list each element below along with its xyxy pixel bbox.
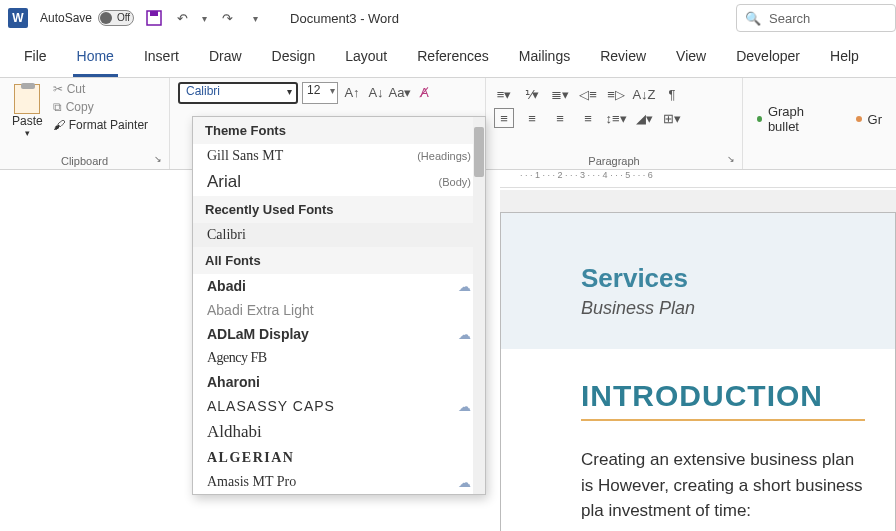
font-dropdown-scrollbar[interactable] — [473, 117, 485, 188]
justify-button[interactable]: ≡ — [578, 108, 598, 128]
style-graph-bullet[interactable]: Graph bullet — [757, 104, 826, 134]
cut-button[interactable]: ✂Cut — [53, 82, 148, 96]
paste-icon — [14, 84, 40, 114]
tab-layout[interactable]: Layout — [341, 42, 391, 77]
paste-button[interactable]: Paste ▾ — [8, 82, 47, 140]
autosave-toggle[interactable]: Off — [98, 10, 134, 26]
clear-formatting-button[interactable]: A̸ — [414, 82, 434, 102]
shading-button[interactable]: ◢▾ — [634, 108, 654, 128]
increase-font-button[interactable]: A↑ — [342, 82, 362, 102]
tab-references[interactable]: References — [413, 42, 493, 77]
svg-rect-1 — [150, 11, 158, 16]
orange-bullet-icon — [856, 116, 862, 122]
sort-button[interactable]: A↓Z — [634, 84, 654, 104]
search-box[interactable]: 🔍 Search — [736, 4, 896, 32]
tab-draw[interactable]: Draw — [205, 42, 246, 77]
tab-home[interactable]: Home — [73, 42, 118, 77]
tab-help[interactable]: Help — [826, 42, 863, 77]
decrease-font-button[interactable]: A↓ — [366, 82, 386, 102]
document-title: Document3 - Word — [290, 11, 399, 26]
clipboard-launcher[interactable]: ↘ — [154, 154, 166, 166]
numbering-button[interactable]: ⅟▾ — [522, 84, 542, 104]
tab-mailings[interactable]: Mailings — [515, 42, 574, 77]
autosave-label: AutoSave — [40, 11, 92, 25]
word-app-icon: W — [8, 8, 28, 28]
increase-indent-button[interactable]: ≡▷ — [606, 84, 626, 104]
align-center-button[interactable]: ≡ — [522, 108, 542, 128]
borders-button[interactable]: ⊞▾ — [662, 108, 682, 128]
bullets-button[interactable]: ≡▾ — [494, 84, 514, 104]
font-dropdown[interactable]: Theme Fonts Gill Sans MT (Headings) Aria… — [192, 116, 486, 188]
cut-icon: ✂ — [53, 82, 63, 96]
multilevel-button[interactable]: ≣▾ — [550, 84, 570, 104]
font-name-combo[interactable]: Calibri — [178, 82, 298, 104]
search-icon: 🔍 — [745, 11, 761, 26]
tab-file[interactable]: File — [20, 42, 51, 77]
change-case-button[interactable]: Aa▾ — [390, 82, 410, 102]
scrollbar-thumb[interactable] — [474, 127, 484, 177]
tab-insert[interactable]: Insert — [140, 42, 183, 77]
paragraph-launcher[interactable]: ↘ — [727, 154, 739, 166]
show-marks-button[interactable]: ¶ — [662, 84, 682, 104]
horizontal-ruler[interactable]: · · · 1 · · · 2 · · · 3 · · · 4 · · · 5 … — [500, 170, 896, 188]
redo-button[interactable]: ↷ — [217, 8, 237, 28]
green-bullet-icon — [757, 116, 762, 122]
tab-review[interactable]: Review — [596, 42, 650, 77]
tab-developer[interactable]: Developer — [732, 42, 804, 77]
clipboard-group-label: Clipboard — [61, 155, 108, 167]
tab-view[interactable]: View — [672, 42, 710, 77]
align-right-button[interactable]: ≡ — [550, 108, 570, 128]
font-gill-sans[interactable]: Gill Sans MT (Headings) — [193, 144, 485, 168]
font-size-combo[interactable]: 12 — [302, 82, 338, 104]
font-arial[interactable]: Arial (Body) — [193, 168, 485, 188]
paragraph-group-label: Paragraph — [588, 155, 639, 167]
brush-icon: 🖌 — [53, 118, 65, 132]
line-spacing-button[interactable]: ↕≡▾ — [606, 108, 626, 128]
save-icon[interactable] — [146, 10, 162, 26]
align-left-button[interactable]: ≡ — [494, 108, 514, 128]
style-gr[interactable]: Gr — [856, 104, 882, 134]
format-painter-button[interactable]: 🖌Format Painter — [53, 118, 148, 132]
copy-button[interactable]: ⧉Copy — [53, 100, 148, 114]
tab-design[interactable]: Design — [268, 42, 320, 77]
theme-fonts-header: Theme Fonts — [193, 117, 485, 144]
decrease-indent-button[interactable]: ◁≡ — [578, 84, 598, 104]
copy-icon: ⧉ — [53, 100, 62, 114]
undo-button[interactable]: ↶ — [172, 8, 192, 28]
